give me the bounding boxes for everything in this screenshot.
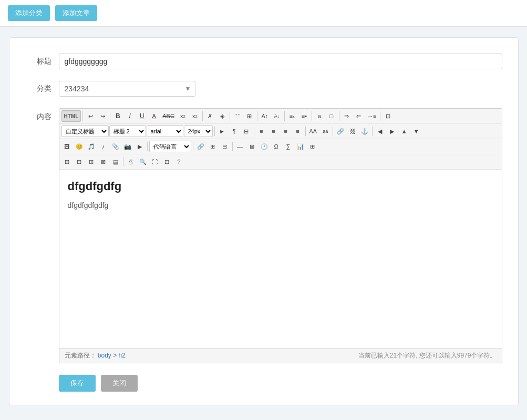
toolbar-row-2: 自定义标题 标题 2 arial 24px ► ¶ ⊟ <box>59 124 502 139</box>
separator <box>372 127 373 136</box>
eraser-btn[interactable]: ✗ <box>204 110 216 122</box>
align-center-btn[interactable]: ≡ <box>268 125 280 137</box>
toolbar-row-3: 🖼 😊 🎵 ♪ 📎 📷 ▶ 代码语言 🔗 ⊞ ⊟ — <box>59 139 502 154</box>
content-label: 内容 <box>25 108 51 122</box>
strikethrough-btn[interactable]: ABC <box>160 110 177 122</box>
style-select[interactable]: 自定义标题 <box>61 125 109 137</box>
help-btn[interactable]: ? <box>173 156 185 167</box>
lowercase-btn[interactable]: aa <box>319 125 331 137</box>
table-op-3[interactable]: ⊞ <box>86 156 97 167</box>
border-btn[interactable]: □ <box>326 110 337 122</box>
heading-select[interactable]: 标题 2 <box>109 125 146 137</box>
category-label: 分类 <box>25 84 51 93</box>
move-up-btn[interactable]: ▲ <box>398 125 410 137</box>
datetime-btn[interactable]: 🕐 <box>259 141 270 152</box>
undo-btn[interactable]: ↩ <box>85 110 96 122</box>
rtl-btn[interactable]: ⇐ <box>353 110 365 122</box>
formula-btn[interactable]: ∑ <box>283 141 294 152</box>
add-article-button[interactable]: 添加文章 <box>55 5 97 21</box>
title-input[interactable] <box>59 54 502 69</box>
superscript-btn[interactable]: x2 <box>177 110 189 122</box>
separator <box>147 142 148 151</box>
move-down-btn[interactable]: ▼ <box>410 125 422 137</box>
separator <box>257 111 257 121</box>
separator <box>254 127 254 136</box>
separator <box>284 111 285 121</box>
align-justify-btn[interactable]: ≡ <box>292 125 304 137</box>
separator <box>312 111 312 121</box>
code-language-select[interactable]: 代码语言 <box>149 141 191 152</box>
attachment-btn[interactable]: 📎 <box>110 141 121 152</box>
table-op-2[interactable]: ⊟ <box>74 156 85 167</box>
link2-btn[interactable]: 🔗 <box>195 141 206 152</box>
preview-btn[interactable]: ⊡ <box>382 110 394 122</box>
table-insert-btn[interactable]: ⊞ <box>207 141 219 152</box>
font-size-large-btn[interactable]: A↑ <box>259 110 271 122</box>
unordered-list-btn[interactable]: ≡• <box>298 110 310 122</box>
add-category-button[interactable]: 添加分类 <box>8 5 50 21</box>
html-btn[interactable]: HTML <box>61 110 81 122</box>
body-link[interactable]: body <box>98 352 111 359</box>
editor-wrap: HTML ↩ ↪ B I U A ABC x2 x2 ✗ ◈ " " <box>59 108 502 363</box>
remove-format-btn[interactable]: ⊟ <box>241 125 252 137</box>
media-btn[interactable]: 🎵 <box>86 141 97 152</box>
redo-btn[interactable]: ↪ <box>97 110 108 122</box>
audio-btn[interactable]: ♪ <box>98 141 109 152</box>
ltr-btn[interactable]: ⇒ <box>341 110 353 122</box>
form-insert-btn[interactable]: ⊟ <box>219 141 231 152</box>
indent-btn[interactable]: →≡ <box>365 110 378 122</box>
category-select[interactable]: 234234 选项2 选项3 <box>59 81 195 97</box>
underline-btn[interactable]: U <box>136 110 148 122</box>
h2-link[interactable]: h2 <box>119 352 126 359</box>
search-btn[interactable]: 🔍 <box>137 156 149 167</box>
table-op-1[interactable]: ⊞ <box>61 156 73 167</box>
separator <box>214 127 215 136</box>
special-char-btn[interactable]: Ω <box>271 141 282 152</box>
pagebreak-btn[interactable]: ⊠ <box>246 141 258 152</box>
emoji-btn[interactable]: 😊 <box>74 141 85 152</box>
save-button[interactable]: 保存 <box>59 375 96 392</box>
more-btn[interactable]: ⊞ <box>307 141 318 152</box>
photo-btn[interactable]: 📷 <box>122 141 133 152</box>
fullscreen-btn[interactable]: ⛶ <box>149 156 161 167</box>
video-btn[interactable]: ▶ <box>134 141 146 152</box>
main-container: 标题 分类 234234 选项2 选项3 ▼ 内容 HTML ↩ <box>9 37 519 405</box>
font-select[interactable]: arial <box>147 125 183 137</box>
table-op-4[interactable]: ⊠ <box>98 156 109 167</box>
move-right-btn[interactable]: ▶ <box>386 125 398 137</box>
separator <box>193 142 193 151</box>
editor-content[interactable]: dfgdfgdfg dfgdfgdfgdfg <box>59 170 502 348</box>
show-blocks-btn[interactable]: ► <box>216 125 228 137</box>
subscript-btn[interactable]: x2 <box>189 110 201 122</box>
link-btn[interactable]: 🔗 <box>335 125 346 137</box>
align-right-btn[interactable]: ≡ <box>280 125 292 137</box>
content-heading: dfgdfgdfg <box>68 177 493 195</box>
chart-btn[interactable]: 📊 <box>295 141 306 152</box>
editor-footer: 元素路径： body > h2 当前已输入21个字符, 您还可以输入9979个字… <box>59 348 502 363</box>
bold-btn[interactable]: B <box>112 110 123 122</box>
move-left-btn[interactable]: ◀ <box>374 125 386 137</box>
separator <box>333 127 333 136</box>
font-color-btn[interactable]: A <box>148 110 160 122</box>
unlink-btn[interactable]: ⛓ <box>347 125 358 137</box>
category-select-wrap: 234234 选项2 选项3 ▼ <box>59 81 195 97</box>
blockquote-btn[interactable]: " " <box>232 110 243 122</box>
insert-btn[interactable]: ⊞ <box>244 110 255 122</box>
size-select[interactable]: 24px <box>184 125 213 137</box>
hr-btn[interactable]: — <box>234 141 246 152</box>
font-size-small-btn[interactable]: A↓ <box>271 110 283 122</box>
italic-btn[interactable]: I <box>124 110 136 122</box>
anchor-btn[interactable]: ⚓ <box>359 125 370 137</box>
ordered-list-btn[interactable]: ≡₁ <box>286 110 298 122</box>
paragraph-btn[interactable]: ¶ <box>229 125 240 137</box>
align-left-btn[interactable]: ≡ <box>256 125 267 137</box>
align-char-btn[interactable]: a <box>314 110 325 122</box>
print-btn[interactable]: 🖨 <box>125 156 137 167</box>
image-btn[interactable]: 🖼 <box>61 141 73 152</box>
highlight-btn[interactable]: ◈ <box>216 110 228 122</box>
template-btn[interactable]: ⊡ <box>161 156 173 167</box>
element-path: 元素路径： body > h2 <box>65 351 126 360</box>
close-button[interactable]: 关闭 <box>101 375 138 392</box>
uppercase-btn[interactable]: AA <box>307 125 319 137</box>
table-op-5[interactable]: ▤ <box>110 156 121 167</box>
